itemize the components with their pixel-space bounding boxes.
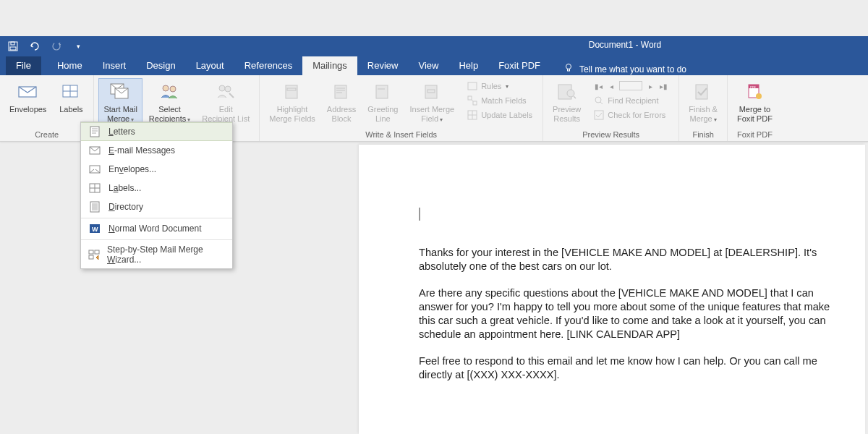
save-icon[interactable] — [7, 41, 19, 52]
ribbon-tabs: File Home Insert Design Layout Reference… — [0, 56, 868, 75]
svg-rect-2 — [11, 42, 14, 45]
tell-me-search[interactable]: Tell me what you want to do — [563, 63, 686, 75]
svg-rect-44 — [90, 127, 99, 137]
find-recipient-button: Find Recipient — [590, 94, 671, 107]
svg-point-15 — [225, 86, 231, 92]
finish-icon — [692, 80, 715, 103]
insert-merge-field-button: Insert Merge Field▾ — [404, 78, 459, 129]
tab-layout[interactable]: Layout — [186, 56, 234, 75]
svg-line-35 — [574, 96, 576, 98]
match-fields-button: Match Fields — [464, 94, 535, 107]
svg-text:W: W — [92, 226, 98, 233]
menu-envelopes[interactable]: Envelopes... — [81, 160, 232, 179]
svg-rect-5 — [567, 69, 569, 72]
group-foxit: PDF Merge to Foxit PDF Foxit PDF — [728, 75, 782, 141]
envelope-icon — [17, 80, 40, 103]
last-record-icon: ▸▮ — [658, 81, 668, 91]
record-box — [619, 81, 642, 90]
record-nav: ▮◂ ◂ ▸ ▸▮ — [590, 80, 671, 93]
preview-icon — [556, 80, 579, 103]
tab-file[interactable]: File — [6, 56, 41, 75]
svg-point-34 — [567, 90, 574, 97]
recipients-icon — [158, 80, 182, 103]
tab-view[interactable]: View — [408, 56, 448, 75]
svg-line-29 — [472, 100, 473, 101]
doc-paragraph-1: Thanks for your interest in the [VEHICLE… — [419, 246, 844, 273]
tell-me-label: Tell me what you want to do — [579, 64, 686, 75]
svg-rect-17 — [287, 88, 296, 90]
edit-list-icon — [214, 80, 237, 103]
tab-home[interactable]: Home — [47, 56, 93, 75]
svg-point-14 — [219, 85, 225, 91]
address-block-icon — [330, 80, 353, 103]
find-icon — [593, 95, 605, 106]
highlight-icon — [281, 80, 304, 103]
svg-rect-1 — [10, 47, 16, 50]
tab-help[interactable]: Help — [448, 56, 488, 75]
svg-rect-26 — [468, 82, 477, 90]
directory-icon — [88, 201, 101, 213]
svg-rect-28 — [473, 101, 477, 105]
document-page[interactable]: Thanks for your interest in the [VEHICLE… — [359, 145, 865, 434]
menu-wizard[interactable]: Step-by-Step Mail Merge Wizard... — [81, 239, 232, 268]
svg-rect-25 — [427, 90, 435, 93]
redo-icon[interactable] — [51, 41, 62, 52]
menu-labels[interactable]: Labels... — [81, 179, 232, 197]
group-preview-results: Preview Results ▮◂ ◂ ▸ ▸▮ Find Recipient… — [543, 75, 679, 141]
tab-design[interactable]: Design — [136, 56, 185, 75]
highlight-merge-fields-button: Highlight Merge Fields — [264, 78, 320, 129]
tab-insert[interactable]: Insert — [93, 56, 137, 75]
rules-icon — [467, 80, 478, 92]
prev-record-icon: ◂ — [606, 81, 616, 91]
svg-line-37 — [600, 102, 603, 104]
svg-point-13 — [170, 86, 176, 92]
svg-rect-16 — [286, 85, 297, 98]
pdf-icon: PDF — [743, 80, 766, 103]
svg-rect-38 — [595, 111, 603, 119]
doc-paragraph-2: Are there any specific questions about t… — [419, 286, 844, 341]
preview-results-button: Preview Results — [548, 78, 586, 129]
envelopes-button[interactable]: Envelopes — [4, 78, 51, 129]
insert-field-icon — [420, 80, 443, 103]
mail-merge-icon — [109, 80, 132, 103]
check-errors-button: Check for Errors — [590, 109, 671, 122]
quick-access-toolbar: ▾ Document1 - Word — [0, 36, 868, 56]
greeting-icon — [371, 80, 394, 103]
wizard-icon — [88, 249, 100, 260]
finish-merge-button: Finish & Merge▾ — [684, 78, 723, 129]
tab-foxit[interactable]: Foxit PDF — [488, 56, 550, 75]
email-icon — [88, 145, 101, 156]
menu-directory[interactable]: Directory — [81, 197, 232, 216]
doc-paragraph-3: Feel free to respond to this email and l… — [419, 354, 844, 382]
update-labels-button: Update Labels — [464, 109, 535, 122]
labels-icon-small — [88, 182, 101, 194]
window-title: Document1 - Word — [589, 40, 661, 50]
next-record-icon: ▸ — [645, 81, 655, 91]
svg-rect-18 — [335, 85, 346, 98]
menu-normal-doc[interactable]: W Normal Word Document — [81, 218, 232, 238]
first-record-icon: ▮◂ — [593, 81, 603, 91]
undo-icon[interactable] — [29, 41, 41, 52]
merge-to-foxit-button[interactable]: PDF Merge to Foxit PDF — [732, 78, 778, 129]
word-icon: W — [88, 223, 101, 234]
text-cursor — [419, 208, 420, 221]
svg-rect-63 — [89, 255, 93, 259]
tab-mailings[interactable]: Mailings — [302, 56, 357, 75]
svg-rect-22 — [376, 85, 388, 98]
check-icon — [593, 109, 605, 121]
svg-point-3 — [53, 43, 60, 50]
tab-review[interactable]: Review — [357, 56, 409, 75]
rules-button: Rules▾ — [464, 80, 535, 93]
svg-point-12 — [163, 85, 169, 91]
tab-references[interactable]: References — [234, 56, 302, 75]
menu-email[interactable]: E-mail Messages — [81, 141, 232, 160]
svg-point-4 — [566, 64, 571, 69]
address-block-button: Address Block — [322, 78, 361, 129]
svg-rect-27 — [468, 96, 472, 100]
menu-letters[interactable]: Letters — [81, 122, 232, 141]
letter-icon — [88, 126, 101, 137]
qat-customize-icon[interactable]: ▾ — [72, 41, 84, 52]
svg-rect-62 — [95, 250, 99, 254]
group-finish: Finish & Merge▾ Finish — [679, 75, 728, 141]
start-mail-merge-menu: Letters E-mail Messages Envelopes... Lab… — [80, 122, 233, 269]
